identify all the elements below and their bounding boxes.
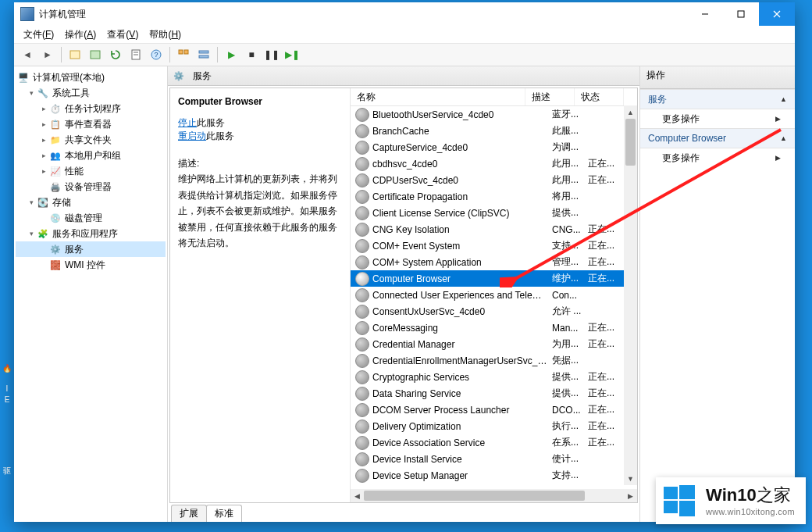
service-row[interactable]: BranchCache此服... [351,123,637,139]
svg-rect-19 [679,501,695,516]
tree-label: 设备管理器 [65,180,112,194]
service-row[interactable]: Client License Service (ClipSVC)提供... [351,205,637,221]
expand-icon[interactable]: ▸ [39,167,48,175]
actions-more-1[interactable]: 更多操作▶ [640,109,795,128]
tree-item-disk-management[interactable]: 💿磁盘管理 [16,210,166,226]
expand-icon[interactable]: ▸ [39,152,48,159]
service-row[interactable]: COM+ System Application管理...正在... [351,254,637,270]
service-row[interactable]: Certificate Propagation将用... [351,188,637,205]
tab-extended[interactable]: 扩展 [171,505,207,522]
minimize-button[interactable] [687,2,723,26]
service-row[interactable]: Computer Browser维护...正在... [351,270,637,287]
service-list[interactable]: BluetoothUserService_4cde0蓝牙...BranchCac… [351,106,637,489]
tree-item-device-manager[interactable]: 🖨️设备管理器 [16,179,166,195]
tree-item-task-scheduler[interactable]: ▸⏱️任务计划程序 [16,101,166,116]
expand-icon[interactable]: ▸ [39,136,48,144]
service-row[interactable]: Device Setup Manager支持... [351,467,637,484]
col-desc[interactable]: 描述 [525,88,575,105]
service-row[interactable]: CoreMessagingMan...正在... [351,320,637,336]
actions-category-selected[interactable]: Computer Browser▲ [640,128,795,148]
tree-group-storage[interactable]: ▾💽存储 [16,195,166,210]
tree-item-event-viewer[interactable]: ▸📋事件查看器 [16,116,166,132]
service-name: CoreMessaging [372,323,552,334]
titlebar[interactable]: 计算机管理 [14,2,795,26]
service-state: 正在... [588,223,624,236]
actions-category-services[interactable]: 服务▲ [640,89,795,109]
restart-service-button[interactable]: ▶❚ [283,45,301,64]
scroll-right-icon[interactable]: ▶ [624,489,637,502]
show-hide-tree-button[interactable] [66,45,84,64]
view-tabs: 扩展 标准 [168,505,639,522]
service-row[interactable]: Data Sharing Service提供...正在... [351,385,637,402]
view-large-button[interactable] [174,45,193,64]
scroll-thumb[interactable] [625,119,636,166]
toolbar: ◄ ► ? ▶ ■ ❚❚ ▶❚ [14,44,795,66]
col-state[interactable]: 状态 [575,88,624,105]
collapse-icon[interactable]: ▾ [27,230,36,237]
service-row[interactable]: Delivery Optimization执行...正在... [351,418,637,434]
tree-root[interactable]: 🖥️ 计算机管理(本地) [16,70,166,85]
maximize-button[interactable] [723,2,759,26]
export-list-button[interactable] [86,45,105,64]
service-row[interactable]: Device Install Service使计... [351,451,637,467]
menu-action[interactable]: 操作(A) [60,27,101,43]
service-row[interactable]: Connected User Experiences and Teleme...… [351,287,637,303]
service-row[interactable]: cbdhsvc_4cde0此用...正在... [351,155,637,172]
scroll-up-icon[interactable]: ▲ [624,105,637,119]
service-row[interactable]: COM+ Event System支持...正在... [351,237,637,254]
close-button[interactable] [759,2,795,26]
collapse-icon[interactable]: ▾ [27,89,36,97]
forward-button[interactable]: ► [38,45,57,64]
nav-tree[interactable]: 🖥️ 计算机管理(本地) ▾🔧系统工具 ▸⏱️任务计划程序 ▸📋事件查看器 ▸📁… [14,66,168,522]
menu-file[interactable]: 文件(F) [19,27,59,43]
expand-icon[interactable]: ▸ [39,120,48,128]
desktop-label: E [2,395,12,427]
tree-group-services-apps[interactable]: ▾🧩服务和应用程序 [16,226,166,241]
actions-pane: 操作 服务▲ 更多操作▶ Computer Browser▲ 更多操作▶ [640,66,795,522]
tree-item-services[interactable]: ⚙️服务 [16,241,166,257]
tree-item-performance[interactable]: ▸📈性能 [16,163,166,179]
service-row[interactable]: CaptureService_4cde0为调... [351,139,637,155]
scroll-left-icon[interactable]: ◀ [351,489,364,502]
stop-service-link[interactable]: 停止 [178,117,197,128]
col-name[interactable]: 名称 [351,88,525,105]
properties-button[interactable] [126,45,145,64]
view-detail-button[interactable] [194,45,213,64]
tree-group-system-tools[interactable]: ▾🔧系统工具 [16,85,166,101]
vertical-scrollbar[interactable]: ▲ ▼ [624,105,637,485]
tree-item-local-users[interactable]: ▸👥本地用户和组 [16,148,166,163]
tree-item-shared-folders[interactable]: ▸📁共享文件夹 [16,132,166,148]
service-row[interactable]: CDPUserSvc_4cde0此用...正在... [351,172,637,188]
service-row[interactable]: ConsentUxUserSvc_4cde0允许 ... [351,303,637,320]
stop-service-button[interactable]: ■ [242,45,261,64]
column-headers[interactable]: 名称 描述 状态 [351,88,637,106]
service-row[interactable]: CNG Key IsolationCNG...正在... [351,221,637,237]
pause-service-button[interactable]: ❚❚ [262,45,281,64]
service-row[interactable]: Device Association Service在系...正在... [351,434,637,451]
service-row[interactable]: CredentialEnrollmentManagerUserSvc_4c...… [351,352,637,369]
service-row[interactable]: Credential Manager为用...正在... [351,336,637,352]
help-button[interactable]: ? [147,45,166,64]
menu-view[interactable]: 查看(V) [102,27,143,43]
collapse-icon[interactable]: ▾ [27,198,36,206]
scroll-down-icon[interactable]: ▼ [624,472,637,485]
actions-more-2[interactable]: 更多操作▶ [640,148,795,167]
back-button[interactable]: ◄ [18,45,37,64]
service-row[interactable]: DCOM Server Process LauncherDCO...正在... [351,402,637,418]
refresh-button[interactable] [106,45,125,64]
service-state: 正在... [588,337,624,351]
tree-item-wmi[interactable]: 🧱WMI 控件 [16,257,166,273]
menu-help[interactable]: 帮助(H) [144,27,186,43]
start-service-button[interactable]: ▶ [222,45,240,64]
expand-icon[interactable]: ▸ [39,105,48,112]
scroll-thumb[interactable] [364,491,585,501]
gear-icon [355,288,369,302]
restart-service-link[interactable]: 重启动 [178,130,206,141]
tab-standard[interactable]: 标准 [206,505,242,522]
service-name: COM+ Event System [372,241,552,252]
service-row[interactable]: BluetoothUserService_4cde0蓝牙... [351,106,637,123]
text: 此服务 [197,117,225,128]
service-row[interactable]: Cryptographic Services提供...正在... [351,369,637,385]
gear-icon [355,305,369,319]
horizontal-scrollbar[interactable]: ◀ ▶ [351,489,637,502]
